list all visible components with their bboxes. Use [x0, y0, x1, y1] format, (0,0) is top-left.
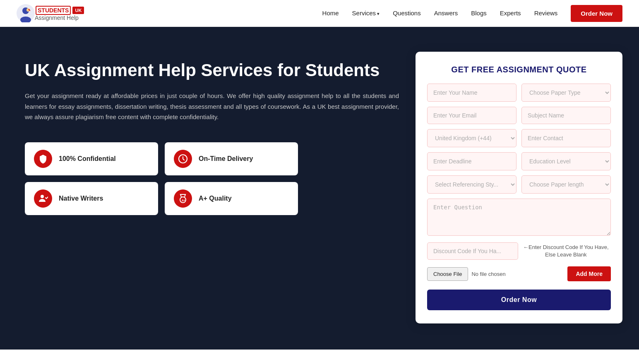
nav-home[interactable]: Home — [322, 10, 339, 17]
nav-answers[interactable]: Answers — [434, 10, 458, 17]
form-row-1: Choose Paper Type Essay Assignment Disse… — [427, 84, 611, 102]
feature-ontime: On-Time Delivery — [165, 142, 298, 175]
feature-confidential: 100% Confidential — [25, 142, 158, 175]
deadline-input[interactable] — [427, 152, 516, 170]
logo-text: STUDENTSUK Assignment Help — [35, 5, 84, 22]
subject-input[interactable] — [521, 107, 611, 124]
email-input[interactable] — [427, 107, 516, 124]
discount-input[interactable] — [427, 242, 518, 260]
nav-links: Home Services Questions Answers Blogs Ex… — [322, 10, 558, 17]
hero-section: UK Assignment Help Services for Students… — [0, 27, 639, 350]
svg-text:A+: A+ — [182, 199, 185, 202]
form-row-4: Education Level High School Undergraduat… — [427, 152, 611, 170]
feature-confidential-label: 100% Confidential — [59, 155, 116, 163]
quote-form-container: GET FREE ASSIGNMENT QUOTE Choose Paper T… — [416, 52, 622, 323]
feature-writers-label: Native Writers — [59, 195, 103, 202]
form-order-button[interactable]: Order Now — [427, 290, 611, 310]
nav-experts[interactable]: Experts — [500, 10, 521, 17]
nav-questions[interactable]: Questions — [393, 10, 421, 17]
form-row-3: United Kingdom (+44) United States (+1) … — [427, 129, 611, 147]
hero-left: UK Assignment Help Services for Students… — [25, 52, 416, 215]
person-icon — [34, 189, 52, 208]
question-textarea[interactable] — [427, 199, 611, 236]
form-title: GET FREE ASSIGNMENT QUOTE — [427, 65, 611, 74]
logo-title: STUDENTSUK — [35, 5, 84, 15]
features-grid: 100% Confidential On-Time Delivery — [25, 142, 298, 215]
nav-services[interactable]: Services — [352, 10, 380, 17]
education-select[interactable]: Education Level High School Undergraduat… — [521, 152, 611, 170]
choose-file-button[interactable]: Choose File — [427, 267, 468, 281]
navbar: ✎ STUDENTSUK Assignment Help Home Servic… — [0, 0, 639, 27]
clock-icon — [174, 150, 192, 168]
shield-icon — [34, 150, 52, 168]
logo: ✎ STUDENTSUK Assignment Help — [17, 4, 84, 22]
svg-text:✎: ✎ — [28, 9, 31, 12]
form-row-5: Select Referencing Sty... APA MLA Harvar… — [427, 175, 611, 194]
discount-hint: ←Enter Discount Code If You Have,Else Le… — [523, 244, 609, 259]
referencing-select[interactable]: Select Referencing Sty... APA MLA Harvar… — [427, 175, 516, 194]
feature-quality-label: A+ Quality — [199, 195, 232, 202]
navbar-order-button[interactable]: Order Now — [571, 5, 622, 22]
country-select[interactable]: United Kingdom (+44) United States (+1) … — [427, 129, 516, 147]
file-row: Choose File No file chosen Add More — [427, 266, 611, 281]
feature-ontime-label: On-Time Delivery — [199, 155, 253, 163]
contact-input[interactable] — [521, 129, 611, 147]
feature-quality: A+ A+ Quality — [165, 182, 298, 215]
discount-row: ←Enter Discount Code If You Have,Else Le… — [427, 242, 611, 260]
paper-type-select[interactable]: Choose Paper Type Essay Assignment Disse… — [521, 84, 611, 102]
nav-blogs[interactable]: Blogs — [471, 10, 487, 17]
hero-description: Get your assignment ready at affordable … — [25, 91, 399, 122]
feature-writers: Native Writers — [25, 182, 158, 215]
paper-length-select[interactable]: Choose Paper length 1 Page 2 Pages 3 Pag… — [521, 175, 611, 194]
svg-point-6 — [41, 195, 44, 198]
nav-reviews[interactable]: Reviews — [534, 10, 558, 17]
add-more-button[interactable]: Add More — [567, 266, 611, 281]
medal-icon: A+ — [174, 189, 192, 208]
file-status: No file chosen — [471, 271, 505, 277]
form-row-2 — [427, 107, 611, 124]
logo-badge: UK — [72, 7, 84, 14]
name-input[interactable] — [427, 84, 516, 102]
logo-avatar-icon: ✎ — [17, 4, 35, 22]
hero-title: UK Assignment Help Services for Students — [25, 60, 399, 81]
logo-subtitle: Assignment Help — [35, 15, 84, 21]
